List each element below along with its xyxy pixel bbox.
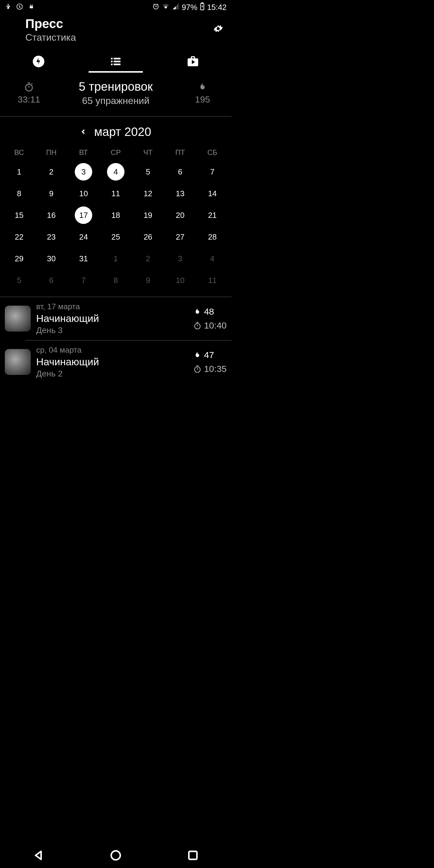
tab-list[interactable]: [77, 50, 154, 73]
svg-rect-8: [111, 58, 113, 59]
history-calories: 48: [193, 307, 214, 317]
calendar-day[interactable]: 2: [35, 161, 67, 183]
calendar-day[interactable]: 3: [164, 248, 196, 270]
status-bar: 97% 15:42: [0, 0, 231, 14]
calendar-day[interactable]: 3: [67, 161, 100, 183]
settings-button[interactable]: [212, 23, 224, 37]
battery-charging-icon: [200, 2, 205, 12]
wifi-icon: [162, 3, 170, 12]
calendar-day[interactable]: 30: [35, 248, 67, 270]
history-item[interactable]: вт, 17 мартаНачинающийДень 34810:40: [0, 297, 231, 340]
calendar-day[interactable]: 10: [164, 270, 196, 291]
month-bar: март 2020: [0, 117, 231, 144]
calendar-day[interactable]: 20: [164, 204, 196, 226]
svg-rect-10: [111, 61, 113, 62]
calendar-day[interactable]: 9: [132, 270, 164, 291]
calendar-day[interactable]: 23: [35, 226, 67, 248]
alarm-icon: [152, 3, 159, 12]
history-date: ср, 04 марта: [36, 345, 188, 355]
page-subtitle: Статистика: [25, 32, 76, 43]
calendar-day[interactable]: 7: [67, 270, 100, 291]
calendar-dow: ПТ: [164, 144, 196, 161]
header: Пресс Статистика: [0, 14, 231, 43]
calendar-day[interactable]: 7: [196, 161, 228, 183]
month-prev-button[interactable]: [80, 127, 87, 137]
calendar-day[interactable]: 5: [132, 161, 164, 183]
summary-workouts: 5 тренировок: [79, 80, 153, 93]
svg-rect-11: [114, 61, 121, 62]
calendar-day[interactable]: 1: [100, 248, 132, 270]
clock-time: 15:42: [207, 3, 227, 12]
calendar-day[interactable]: 8: [100, 270, 132, 291]
history-item[interactable]: ср, 04 мартаНачинающийДень 24710:35: [0, 341, 231, 383]
calendar-day[interactable]: 18: [100, 204, 132, 226]
calendar-day[interactable]: 4: [196, 248, 228, 270]
calendar-day[interactable]: 22: [3, 226, 35, 248]
battery-percent: 97%: [182, 3, 197, 12]
tab-overview[interactable]: [0, 50, 77, 73]
calendar-day[interactable]: 8: [3, 183, 35, 204]
svg-rect-19: [196, 366, 198, 366]
calendar-day[interactable]: 11: [196, 270, 228, 291]
calendar-dow: СБ: [196, 144, 228, 161]
page-title: Пресс: [25, 17, 76, 31]
workout-thumbnail: [5, 306, 31, 332]
calendar-day[interactable]: 11: [100, 183, 132, 204]
usb-icon: [5, 3, 11, 12]
calendar-day[interactable]: 21: [196, 204, 228, 226]
svg-rect-17: [196, 322, 198, 323]
calendar-day[interactable]: 9: [35, 183, 67, 204]
summary-calories-value: 195: [195, 94, 210, 104]
calendar-day[interactable]: 6: [35, 270, 67, 291]
history-date: вт, 17 марта: [36, 302, 188, 311]
calendar-day[interactable]: 14: [196, 183, 228, 204]
calendar-dow: ПН: [35, 144, 67, 161]
calendar-day[interactable]: 13: [164, 183, 196, 204]
calendar-day[interactable]: 15: [3, 204, 35, 226]
calendar-day[interactable]: 1: [3, 161, 35, 183]
tabs: [0, 50, 231, 73]
calendar-day[interactable]: 25: [100, 226, 132, 248]
calendar-day[interactable]: 17: [67, 204, 100, 226]
svg-rect-12: [111, 64, 113, 65]
svg-point-3: [32, 4, 33, 6]
calendar-day[interactable]: 12: [132, 183, 164, 204]
running-icon: [16, 3, 23, 12]
history-subtitle: День 2: [36, 369, 188, 378]
svg-point-2: [30, 4, 31, 6]
calendar-day[interactable]: 19: [132, 204, 164, 226]
calendar-day[interactable]: 27: [164, 226, 196, 248]
svg-rect-6: [202, 3, 203, 3]
svg-rect-15: [28, 83, 30, 84]
workout-thumbnail: [5, 349, 31, 375]
calendar-day[interactable]: 24: [67, 226, 100, 248]
calendar-dow: ВС: [3, 144, 35, 161]
calendar-day[interactable]: 2: [132, 248, 164, 270]
calendar-day[interactable]: 10: [67, 183, 100, 204]
calendar-dow: ВТ: [67, 144, 100, 161]
calendar-day[interactable]: 26: [132, 226, 164, 248]
summary-calories: 195: [174, 82, 231, 104]
calendar-day[interactable]: 5: [3, 270, 35, 291]
history-subtitle: День 3: [36, 326, 188, 335]
svg-rect-1: [30, 6, 33, 8]
calendar-day[interactable]: 29: [3, 248, 35, 270]
calendar-dow: ЧТ: [132, 144, 164, 161]
calendar-day[interactable]: 28: [196, 226, 228, 248]
calendar-day[interactable]: 6: [164, 161, 196, 183]
calendar-day[interactable]: 16: [35, 204, 67, 226]
calendar-day[interactable]: 4: [100, 161, 132, 183]
svg-rect-9: [114, 58, 121, 59]
tab-library[interactable]: [154, 50, 231, 73]
summary-exercises: 65 упражнений: [82, 95, 150, 106]
summary-time: 33:11: [0, 82, 58, 104]
calendar-dow: СР: [100, 144, 132, 161]
summary: 33:11 5 тренировок 65 упражнений 195: [0, 73, 231, 116]
history-calories: 47: [193, 350, 214, 360]
calendar-day[interactable]: 31: [67, 248, 100, 270]
summary-time-value: 33:11: [18, 94, 40, 104]
calendar: ВСПНВТСРЧТПТСБ 1234567891011121314151617…: [0, 144, 231, 297]
history-duration: 10:35: [193, 364, 227, 374]
svg-rect-13: [114, 64, 121, 65]
month-label: март 2020: [94, 125, 151, 138]
